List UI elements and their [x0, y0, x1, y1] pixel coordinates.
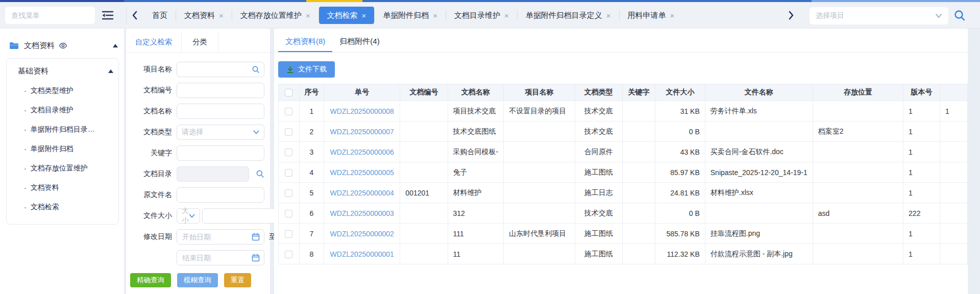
top-tab-8[interactable]: 用料申请单×: [620, 7, 683, 24]
table-cell: 31 KB: [655, 101, 705, 121]
doc-number-input[interactable]: [177, 83, 264, 98]
row-checkbox[interactable]: [285, 189, 292, 197]
top-tab-1[interactable]: 首页: [144, 7, 176, 24]
close-icon[interactable]: ×: [306, 12, 310, 19]
keyword-input[interactable]: [177, 145, 264, 161]
table-cell: 85.97 KB: [655, 162, 705, 183]
table-cell: 不设置目录的项目: [504, 101, 575, 121]
table-header-row: 序号单号文档编号文档名称项目名称文档类型关键字文件大小文件名称存放位置版本号: [279, 84, 968, 101]
table-cell: 合同原件: [575, 142, 622, 162]
top-tab-7[interactable]: 单据附件归档目录定义×: [518, 7, 619, 24]
table-row: 7WDZL20250000002111山东时代垦利项目施工图纸585.78 KB…: [279, 224, 968, 244]
row-checkbox[interactable]: [285, 210, 292, 217]
table-cell: 买卖合同-金石软件.doc: [705, 142, 813, 162]
row-checkbox[interactable]: [285, 108, 292, 115]
row-checkbox[interactable]: [285, 169, 292, 177]
tab-label: 文档资料: [184, 11, 215, 20]
table-cell: 0 B: [655, 121, 705, 142]
collapse-menu-icon[interactable]: [101, 9, 114, 21]
form-row-file-size: 文件大小 大小 KB: [126, 205, 270, 226]
top-tab-3[interactable]: 文档存放位置维护×: [232, 7, 318, 24]
close-icon[interactable]: ×: [504, 12, 509, 19]
row-checkbox-cell: [279, 183, 300, 203]
doc-number-link[interactable]: WDZL20250000001: [324, 244, 400, 264]
doc-number-link[interactable]: WDZL20250000007: [324, 121, 400, 142]
select-all-checkbox[interactable]: [285, 89, 292, 96]
row-checkbox[interactable]: [285, 230, 292, 238]
eye-icon[interactable]: [59, 42, 67, 49]
table-cell: [622, 142, 655, 162]
calendar-icon[interactable]: [252, 254, 260, 262]
doc-number-link[interactable]: WDZL20250000002: [324, 224, 400, 244]
search-icon[interactable]: [256, 169, 264, 178]
sidebar-item-label: 文档检索: [31, 203, 59, 212]
sidebar-root-node[interactable]: 文档资料: [9, 38, 118, 53]
chevron-down-icon: [935, 13, 942, 18]
close-icon[interactable]: ×: [670, 12, 675, 19]
chevron-right-icon[interactable]: [788, 11, 794, 20]
doc-number-link[interactable]: WDZL20250000003: [324, 203, 400, 224]
doc-number-link[interactable]: WDZL20250000005: [324, 162, 400, 183]
search-icon[interactable]: [252, 65, 260, 74]
menu-search-input[interactable]: [5, 7, 95, 24]
form-row-date-start: 修改日期 至: [126, 226, 270, 247]
top-tab-2[interactable]: 文档资料×: [176, 7, 232, 24]
tab-archived-attachments[interactable]: 归档附件(4): [332, 32, 386, 52]
triangle-up-icon[interactable]: [113, 44, 118, 47]
exact-search-button[interactable]: 精确查询: [130, 273, 171, 287]
results-tabs: 文档资料(8) 归档附件(4): [274, 32, 968, 53]
filter-buttons: 精确查询 模糊查询 重置: [130, 273, 270, 287]
table-cell: [504, 203, 575, 224]
top-tab-5[interactable]: 单据附件归档×: [375, 7, 446, 24]
table-cell: [622, 101, 655, 121]
sidebar-item[interactable]: ·单据附件归档: [12, 139, 113, 159]
size-compare-select[interactable]: 大小: [177, 208, 200, 224]
column-header: 文档名称: [448, 84, 504, 101]
sidebar-item[interactable]: ·文档类型维护: [12, 81, 113, 101]
tab-category[interactable]: 分类: [182, 32, 218, 52]
calendar-icon[interactable]: [252, 233, 260, 241]
doc-number-link[interactable]: WDZL20250000008: [324, 101, 400, 121]
row-checkbox[interactable]: [285, 251, 292, 258]
original-filename-input[interactable]: [177, 187, 264, 203]
sidebar-group-header[interactable]: 基础资料: [12, 64, 113, 78]
sidebar-item[interactable]: ·文档资料: [12, 178, 113, 198]
close-icon[interactable]: ×: [606, 12, 611, 19]
sidebar: 文档资料 基础资料 ·文档类型维护·文档目录维护·单据附件归档目录…·单据附件归…: [0, 29, 124, 294]
table-cell: 11: [448, 244, 504, 264]
row-checkbox[interactable]: [285, 128, 292, 136]
table-cell: [400, 224, 448, 244]
sidebar-item[interactable]: ·文档检索: [12, 198, 113, 217]
form-row-doc-name: 文档名称: [126, 101, 270, 121]
chevron-left-icon[interactable]: [132, 11, 138, 20]
sidebar-group: 基础资料 ·文档类型维护·文档目录维护·单据附件归档目录…·单据附件归档·文档存…: [6, 58, 119, 225]
table-cell: 24.81 KB: [655, 183, 705, 203]
table-cell: 1: [903, 121, 940, 142]
close-icon[interactable]: ×: [219, 12, 224, 19]
close-icon[interactable]: ×: [362, 12, 366, 19]
triangle-up-icon[interactable]: [108, 69, 113, 73]
tab-document-data[interactable]: 文档资料(8): [278, 32, 332, 52]
doc-type-select[interactable]: 请选择: [177, 125, 264, 140]
column-header: 文档编号: [400, 84, 448, 101]
row-checkbox[interactable]: [285, 149, 292, 156]
top-tab-6[interactable]: 文档目录维护×: [446, 7, 517, 24]
table-cell: [813, 244, 903, 264]
close-icon[interactable]: ×: [433, 12, 437, 19]
tab-custom-search[interactable]: 自定义检索: [126, 32, 182, 52]
table-cell: [813, 183, 903, 203]
file-download-button[interactable]: 文件下载: [278, 61, 335, 78]
column-header: 序号: [299, 84, 324, 101]
fuzzy-search-button[interactable]: 模糊查询: [177, 273, 218, 287]
project-select[interactable]: 选择项目: [810, 7, 948, 24]
doc-number-link[interactable]: WDZL20250000006: [324, 142, 400, 162]
doc-number-link[interactable]: WDZL20250000004: [324, 183, 400, 203]
top-tab-4[interactable]: 文档检索×: [319, 7, 375, 24]
sidebar-item[interactable]: ·单据附件归档目录…: [12, 120, 113, 139]
table-cell: 4: [299, 162, 324, 183]
sidebar-item[interactable]: ·文档目录维护: [12, 101, 113, 120]
search-icon[interactable]: [953, 9, 966, 21]
doc-name-input[interactable]: [177, 104, 264, 119]
reset-button[interactable]: 重置: [224, 273, 251, 287]
sidebar-item[interactable]: ·文档存放位置维护: [12, 159, 113, 178]
